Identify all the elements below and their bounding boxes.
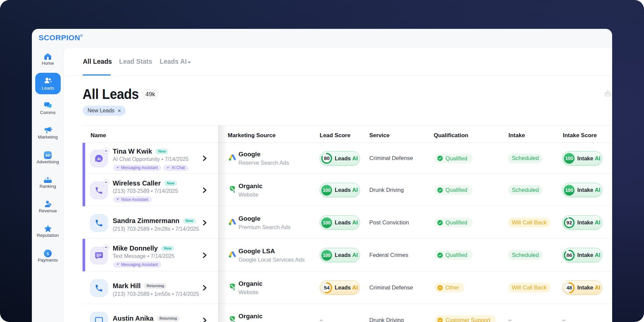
svg-text:100: 100 [323, 220, 331, 225]
svg-text:86: 86 [566, 252, 572, 258]
svg-text:54: 54 [324, 285, 330, 290]
svg-text:AI: AI [97, 157, 101, 161]
svg-text:$: $ [47, 251, 49, 256]
svg-text:48: 48 [566, 285, 572, 290]
svg-text:100: 100 [565, 156, 573, 161]
svg-text:80: 80 [324, 155, 329, 161]
svg-text:100: 100 [323, 187, 331, 193]
svg-text:92: 92 [566, 220, 572, 225]
svg-text:100: 100 [565, 187, 573, 193]
svg-text:100: 100 [323, 253, 331, 258]
svg-text:AD: AD [45, 153, 51, 157]
